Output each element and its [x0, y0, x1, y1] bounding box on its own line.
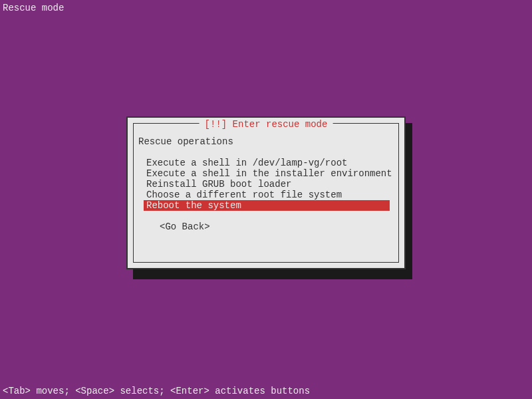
footer-help: <Tab> moves; <Space> selects; <Enter> ac…: [3, 386, 310, 396]
menu-items-container: Execute a shell in /dev/lamp-vg/root Exe…: [144, 158, 394, 211]
dialog-title: [!!] Enter rescue mode: [200, 119, 333, 130]
header-title: Rescue mode: [3, 3, 64, 13]
dialog-content: Rescue operations Execute a shell in /de…: [138, 136, 394, 232]
rescue-dialog: [!!] Enter rescue mode Rescue operations…: [126, 116, 406, 269]
menu-item-reinstall-grub[interactable]: Reinstall GRUB boot loader: [144, 179, 394, 190]
menu-item-choose-root[interactable]: Choose a different root file system: [144, 190, 394, 200]
section-title: Rescue operations: [138, 136, 394, 147]
go-back-button[interactable]: <Go Back>: [160, 221, 394, 232]
menu-item-shell-installer[interactable]: Execute a shell in the installer environ…: [144, 168, 394, 179]
menu-item-reboot[interactable]: Reboot the system: [144, 200, 390, 211]
menu-item-shell-root[interactable]: Execute a shell in /dev/lamp-vg/root: [144, 158, 394, 168]
